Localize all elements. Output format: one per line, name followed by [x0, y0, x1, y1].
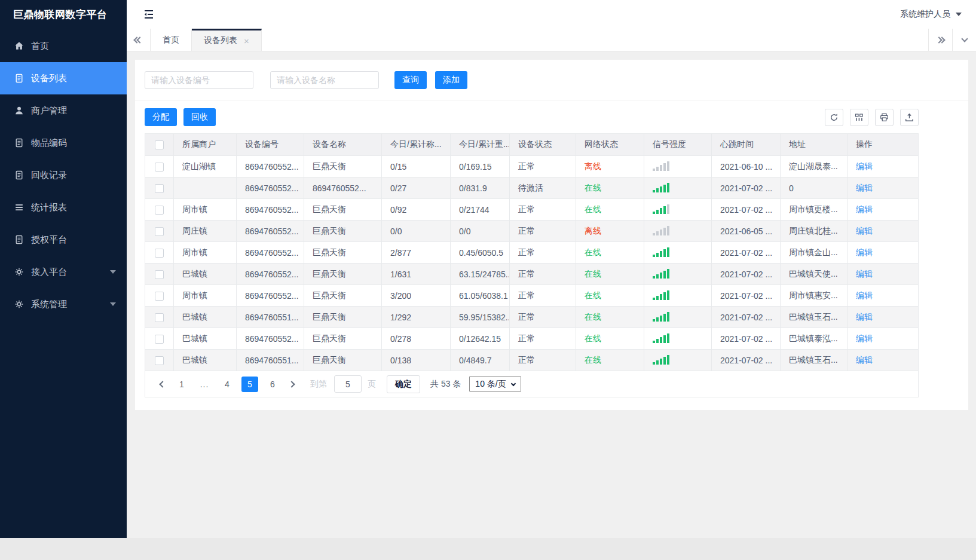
- sidebar-item[interactable]: 接入平台: [0, 256, 127, 288]
- page-button[interactable]: 5: [241, 377, 258, 392]
- sidebar-item[interactable]: 回收记录: [0, 159, 127, 191]
- tab-label: 首页: [163, 35, 179, 45]
- cell-network-status: 在线: [576, 242, 644, 264]
- sidebar-item[interactable]: 商户管理: [0, 94, 127, 127]
- columns-button[interactable]: [850, 109, 868, 126]
- sidebar-item[interactable]: 首页: [0, 30, 127, 62]
- export-icon: [904, 112, 914, 123]
- sidebar-item-icon: [14, 105, 25, 116]
- tab-close-icon[interactable]: ×: [244, 36, 249, 45]
- tab-home[interactable]: 首页: [151, 29, 192, 51]
- goto-page-input[interactable]: [334, 375, 362, 393]
- cell-merchant: 巴城镇: [174, 328, 237, 350]
- recycle-button[interactable]: 回收: [183, 108, 216, 126]
- export-button[interactable]: [900, 109, 919, 126]
- row-checkbox[interactable]: [155, 356, 164, 365]
- edit-link[interactable]: 编辑: [856, 290, 873, 300]
- row-checkbox[interactable]: [155, 184, 164, 193]
- sidebar-item[interactable]: 物品编码: [0, 127, 127, 159]
- row-checkbox[interactable]: [155, 313, 164, 322]
- row-checkbox[interactable]: [155, 249, 164, 258]
- print-button[interactable]: [875, 109, 894, 126]
- chevron-down-icon: [956, 13, 962, 16]
- collapse-menu-button[interactable]: [142, 8, 155, 21]
- edit-link[interactable]: 编辑: [856, 204, 873, 214]
- table-row: 巴城镇 8694760552... 巨鼎天衡 0/278 0/12642.15 …: [145, 328, 919, 350]
- sidebar-item-label: 商户管理: [31, 105, 67, 117]
- page-buttons: 1...456: [170, 377, 284, 392]
- cell-today-weight: 0/831.9: [451, 178, 510, 199]
- sidebar-item[interactable]: 授权平台: [0, 224, 127, 256]
- cell-device-status: 正常: [510, 156, 576, 178]
- cell-address: 巴城镇泰泓...: [781, 328, 848, 350]
- next-page-button[interactable]: [284, 382, 299, 387]
- edit-link[interactable]: 编辑: [856, 269, 873, 279]
- edit-link[interactable]: 编辑: [856, 183, 873, 192]
- cell-network-status: 离线: [576, 156, 644, 178]
- cell-device-name: 巨鼎天衡: [304, 156, 382, 178]
- tab-scroll-left-button[interactable]: [127, 29, 151, 51]
- cell-today-count: 2/877: [382, 242, 451, 264]
- add-button[interactable]: 添加: [435, 71, 467, 89]
- row-checkbox[interactable]: [155, 227, 164, 236]
- sidebar-item-icon: [14, 202, 25, 213]
- chevron-right-icon: [288, 381, 295, 387]
- sidebar-item[interactable]: 设备列表: [0, 62, 127, 94]
- cell-merchant: 周市镇: [174, 199, 237, 221]
- select-all-checkbox[interactable]: [155, 140, 164, 149]
- edit-link[interactable]: 编辑: [856, 247, 873, 257]
- confirm-button[interactable]: 确定: [387, 375, 420, 393]
- edit-link[interactable]: 编辑: [856, 355, 873, 365]
- row-checkbox[interactable]: [155, 163, 164, 172]
- cell-network-status: 在线: [576, 328, 644, 350]
- cell-device-status: 正常: [510, 285, 576, 307]
- cell-device-no: 8694760552...: [237, 221, 304, 242]
- page-button[interactable]: 6: [264, 377, 281, 392]
- sidebar-item-label: 授权平台: [31, 234, 67, 246]
- chevron-left-icon: [159, 381, 166, 387]
- device-no-input[interactable]: [145, 71, 253, 89]
- refresh-button[interactable]: [825, 109, 843, 126]
- cell-device-no: 8694760552...: [237, 328, 304, 350]
- cell-today-weight: 0/12642.15: [451, 328, 510, 350]
- column-header: 设备名称: [304, 134, 382, 156]
- page-button[interactable]: 4: [219, 377, 235, 392]
- row-checkbox[interactable]: [155, 335, 164, 344]
- sidebar: 巨鼎物联网数字平台 首页 设备列表 商户管理 物品编码 回收记录 统计报表 授权…: [0, 0, 127, 538]
- cell-heartbeat: 2021-07-02 ...: [712, 307, 781, 328]
- cell-device-name: 巨鼎天衡: [304, 328, 382, 350]
- edit-link[interactable]: 编辑: [856, 161, 873, 171]
- cell-today-count: 3/200: [382, 285, 451, 307]
- table-row: 周市镇 8694760552... 巨鼎天衡 3/200 61.05/6038.…: [145, 285, 919, 307]
- edit-link[interactable]: 编辑: [856, 333, 873, 343]
- double-chevron-left-icon: [134, 38, 142, 42]
- user-menu[interactable]: 系统维护人员: [900, 9, 962, 20]
- cell-merchant: 周庄镇: [174, 221, 237, 242]
- cell-today-count: 0/92: [382, 199, 451, 221]
- edit-link[interactable]: 编辑: [856, 312, 873, 322]
- edit-link[interactable]: 编辑: [856, 226, 873, 235]
- cell-today-count: 0/27: [382, 178, 451, 199]
- prev-page-button[interactable]: [155, 382, 170, 387]
- sidebar-item[interactable]: 统计报表: [0, 191, 127, 224]
- page-size-select[interactable]: 10 条/页: [469, 376, 521, 392]
- cell-device-name: 巨鼎天衡: [304, 307, 382, 328]
- assign-button[interactable]: 分配: [145, 108, 177, 126]
- cell-address: 0: [781, 178, 848, 199]
- row-checkbox[interactable]: [155, 292, 164, 301]
- row-checkbox[interactable]: [155, 206, 164, 215]
- row-checkbox[interactable]: [155, 270, 164, 279]
- cell-heartbeat: 2021-06-05 ...: [712, 221, 781, 242]
- tab-list-dropdown-button[interactable]: [952, 29, 976, 51]
- cell-device-status: 正常: [510, 242, 576, 264]
- sidebar-item-icon: [14, 137, 25, 148]
- cell-today-weight: 0/21744: [451, 199, 510, 221]
- cell-today-count: 0/15: [382, 156, 451, 178]
- sidebar-item[interactable]: 系统管理: [0, 288, 127, 320]
- page-button[interactable]: 1: [173, 377, 190, 392]
- tab-scroll-right-button[interactable]: [928, 29, 952, 51]
- device-name-input[interactable]: [270, 71, 379, 89]
- query-button[interactable]: 查询: [394, 71, 427, 89]
- tab-device-list[interactable]: 设备列表 ×: [192, 29, 262, 51]
- sidebar-item-label: 系统管理: [31, 299, 67, 310]
